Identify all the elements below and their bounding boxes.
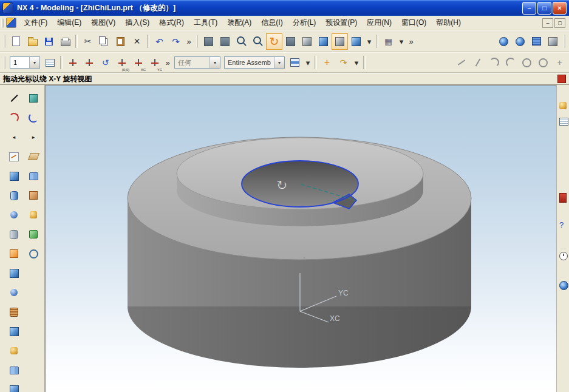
revolve-button[interactable] bbox=[25, 167, 42, 184]
minimize-button[interactable]: – bbox=[522, 2, 536, 15]
delete-button[interactable]: × bbox=[129, 33, 145, 50]
menu-help[interactable]: 帮助(H) bbox=[431, 16, 466, 30]
thread-button[interactable] bbox=[5, 303, 22, 320]
boss-button[interactable] bbox=[25, 206, 42, 223]
menu-information[interactable]: 信息(I) bbox=[256, 16, 287, 30]
groove-button[interactable] bbox=[5, 245, 22, 262]
menu-tools[interactable]: 工具(T) bbox=[189, 16, 222, 30]
quick-pick-button[interactable]: ↷ bbox=[335, 55, 352, 71]
save-button[interactable] bbox=[41, 33, 57, 50]
assembly-navigator-icon[interactable] bbox=[557, 98, 569, 113]
layer-stack-button[interactable] bbox=[528, 33, 545, 50]
block-button[interactable] bbox=[25, 187, 42, 204]
inferred-line-button[interactable] bbox=[469, 55, 486, 71]
snap-point-button[interactable]: + bbox=[319, 55, 335, 71]
collapse-toolbar-button[interactable]: ◂ bbox=[5, 129, 22, 146]
close-button[interactable]: × bbox=[553, 2, 567, 15]
selection-filter-combo[interactable]: 任何 ▾ bbox=[174, 56, 220, 69]
menu-view[interactable]: 视图(V) bbox=[86, 16, 120, 30]
toolbar-overflow2-button[interactable]: » bbox=[406, 33, 416, 50]
toolbar-overflow-button[interactable]: » bbox=[184, 33, 194, 50]
line-tool-button[interactable] bbox=[453, 55, 469, 71]
arc-tool-button[interactable] bbox=[486, 55, 502, 71]
part-gear-blank[interactable] bbox=[128, 137, 471, 368]
redo-button[interactable]: ↷ bbox=[168, 33, 184, 50]
extrude-button[interactable] bbox=[5, 167, 22, 184]
circle-tool-button[interactable] bbox=[519, 55, 535, 71]
datum-axis-button[interactable] bbox=[81, 55, 97, 71]
menu-file[interactable]: 文件(F) bbox=[19, 16, 52, 30]
chamfer-button[interactable] bbox=[5, 381, 22, 392]
datum-csys-button[interactable]: YC bbox=[146, 55, 163, 71]
graphics-window[interactable]: ↻ YC XC bbox=[45, 85, 556, 392]
help-icon[interactable]: ? bbox=[557, 217, 569, 232]
selection-scope-dropdown-icon[interactable]: ▾ bbox=[274, 57, 284, 68]
display-mode-dropdown[interactable]: ▾ bbox=[364, 33, 374, 50]
selection-filter-dropdown-icon[interactable]: ▾ bbox=[210, 57, 220, 68]
zoom-button[interactable] bbox=[233, 33, 250, 50]
expand-toolbar-button[interactable]: ▸ bbox=[25, 129, 42, 146]
instance-button[interactable] bbox=[25, 245, 42, 262]
cylinder-button[interactable] bbox=[5, 187, 22, 204]
menu-preferences[interactable]: 预设置(P) bbox=[321, 16, 362, 30]
hole-button[interactable] bbox=[5, 206, 22, 223]
edge-blend-button[interactable] bbox=[5, 362, 22, 379]
paste-button[interactable] bbox=[112, 33, 129, 50]
print-button[interactable] bbox=[57, 33, 73, 50]
wireframe-view-button[interactable] bbox=[332, 33, 348, 50]
rotate-view-button[interactable]: ↻ bbox=[266, 33, 282, 50]
sketch-button[interactable] bbox=[5, 148, 22, 165]
shell-button[interactable] bbox=[5, 323, 22, 340]
visualization-dropdown[interactable]: ▾ bbox=[397, 33, 406, 50]
viewport-3d-scene[interactable]: ↻ YC XC bbox=[46, 86, 556, 392]
stop-icon[interactable] bbox=[557, 75, 566, 83]
menu-edit[interactable]: 编辑(E) bbox=[52, 16, 86, 30]
point-constructor-button[interactable] bbox=[64, 55, 81, 71]
wcs-dynamics-button[interactable]: (0,0) bbox=[114, 55, 130, 71]
pocket-button[interactable] bbox=[5, 226, 22, 243]
selection-scope-combo[interactable]: Entire Assemb ▾ bbox=[224, 56, 285, 69]
display-mode-button[interactable] bbox=[348, 33, 364, 50]
draft-button[interactable] bbox=[5, 342, 22, 359]
undo-button[interactable]: ↶ bbox=[151, 33, 168, 50]
menu-format[interactable]: 格式(R) bbox=[154, 16, 189, 30]
part-navigator-icon[interactable] bbox=[557, 114, 569, 129]
open-button[interactable] bbox=[24, 33, 41, 50]
pan-button[interactable] bbox=[282, 33, 299, 50]
edit-object-display-button[interactable]: ▦ bbox=[380, 33, 397, 50]
arc-button[interactable] bbox=[5, 109, 22, 126]
menu-assemblies[interactable]: 装配(A) bbox=[222, 16, 256, 30]
layer-settings-button[interactable] bbox=[287, 55, 303, 71]
menu-window[interactable]: 窗口(O) bbox=[397, 16, 431, 30]
profile-button[interactable] bbox=[25, 90, 42, 107]
perspective-button[interactable] bbox=[299, 33, 315, 50]
three-point-arc-button[interactable] bbox=[502, 55, 519, 71]
spline-button[interactable] bbox=[25, 109, 42, 126]
spreadsheet-button[interactable] bbox=[42, 55, 58, 71]
copy-button[interactable] bbox=[96, 33, 112, 50]
fit-view-button[interactable] bbox=[200, 33, 217, 50]
selection-mode-dropdown[interactable]: ▾ bbox=[352, 55, 361, 71]
unite-button[interactable] bbox=[5, 265, 22, 282]
line-button[interactable] bbox=[5, 90, 22, 107]
wcs-orient-button[interactable]: XC bbox=[130, 55, 146, 71]
rotate-wcs-button[interactable]: ↺ bbox=[97, 55, 114, 71]
mdi-minimize-button[interactable]: – bbox=[542, 18, 553, 28]
history-icon[interactable] bbox=[557, 249, 569, 263]
document-icon[interactable] bbox=[6, 18, 16, 28]
menu-application[interactable]: 应用(N) bbox=[362, 16, 397, 30]
menu-analysis[interactable]: 分析(L) bbox=[288, 16, 321, 30]
new-button[interactable] bbox=[8, 33, 24, 50]
point-tool-button[interactable]: + bbox=[551, 55, 568, 71]
layer-settings-dropdown[interactable]: ▾ bbox=[303, 55, 313, 71]
subtract-button[interactable] bbox=[5, 284, 22, 301]
roles-icon[interactable] bbox=[557, 191, 569, 205]
work-layer-combo[interactable]: 1 ▾ bbox=[10, 56, 40, 69]
maximize-button[interactable]: □ bbox=[537, 2, 551, 15]
internet-browser-button[interactable] bbox=[496, 33, 512, 50]
internet-icon[interactable] bbox=[557, 278, 569, 292]
toolbar-overflow3-button[interactable]: » bbox=[163, 55, 172, 71]
menu-insert[interactable]: 插入(S) bbox=[120, 16, 154, 30]
mdi-restore-button[interactable]: □ bbox=[554, 18, 565, 28]
work-layer-dropdown-icon[interactable]: ▾ bbox=[29, 57, 39, 68]
